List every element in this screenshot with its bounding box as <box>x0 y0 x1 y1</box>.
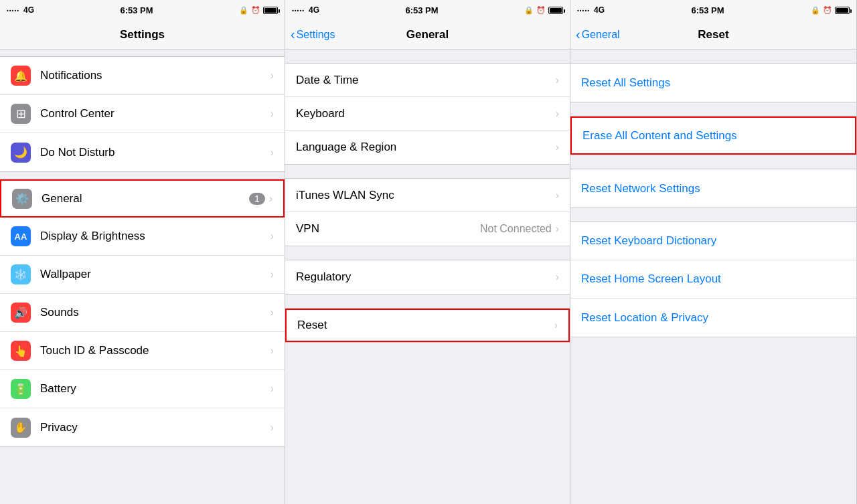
back-to-settings[interactable]: ‹ Settings <box>291 28 335 41</box>
settings-item-do-not-disturb[interactable]: 🌙 Do Not Disturb › <box>0 133 285 171</box>
settings-panel: ••••• 4G 6:53 PM 🔒 ⏰ Settings 🔔 Notifica… <box>0 0 285 504</box>
signal-dots-2: ••••• <box>292 7 305 13</box>
settings-item-privacy[interactable]: ✋ Privacy › <box>0 408 285 446</box>
settings-item-display[interactable]: AA Display & Brightness › <box>0 218 285 256</box>
chevron-itunes: › <box>556 189 559 201</box>
settings-item-touch-id[interactable]: 👆 Touch ID & Passcode › <box>0 332 285 370</box>
chevron-keyboard: › <box>556 108 559 120</box>
general-group-1: Date & Time › Keyboard › Language & Regi… <box>285 63 570 165</box>
battery-icon-1 <box>263 7 278 14</box>
battery-icon-3 <box>835 7 850 14</box>
alarm-icon-3: ⏰ <box>823 6 832 15</box>
lock-icon-1: 🔒 <box>239 6 248 15</box>
general-item-vpn[interactable]: VPN Not Connected › <box>285 212 570 246</box>
right-status-icons-1: 🔒 ⏰ <box>239 6 278 15</box>
reset-group-2: Erase All Content and Settings <box>570 116 856 155</box>
itunes-label: iTunes WLAN Sync <box>296 189 556 202</box>
reset-location-privacy[interactable]: Reset Location & Privacy <box>570 299 856 337</box>
general-item-reset[interactable]: Reset › <box>285 309 570 342</box>
settings-item-general[interactable]: ⚙️ General 1 › <box>0 179 285 218</box>
erase-all-content[interactable]: Erase All Content and Settings <box>570 116 856 155</box>
reset-location-label: Reset Location & Privacy <box>581 311 708 325</box>
settings-group-1: 🔔 Notifications › ⊞ Control Center › 🌙 D… <box>0 56 285 172</box>
alarm-icon-2: ⏰ <box>536 6 546 15</box>
alarm-icon-1: ⏰ <box>251 6 260 15</box>
general-item-language[interactable]: Language & Region › <box>285 131 570 164</box>
network-type-3: 4G <box>594 5 605 15</box>
reset-home-screen-layout[interactable]: Reset Home Screen Layout <box>570 260 856 299</box>
settings-item-sounds[interactable]: 🔊 Sounds › <box>0 294 285 332</box>
chevron-touch-id: › <box>270 345 274 357</box>
signal-dots-3: ••••• <box>577 7 590 13</box>
general-icon: ⚙️ <box>12 189 32 209</box>
chevron-reset: › <box>554 319 558 331</box>
vpn-value: Not Connected <box>480 223 552 235</box>
network-type-2: 4G <box>309 5 319 15</box>
reset-keyboard-label: Reset Keyboard Dictionary <box>581 234 716 248</box>
general-item-keyboard[interactable]: Keyboard › <box>285 97 570 131</box>
nav-title-3: Reset <box>698 28 728 41</box>
time-3: 6:53 PM <box>691 5 724 15</box>
reset-panel: ••••• 4G 6:53 PM 🔒 ⏰ ‹ General Reset Res… <box>570 0 857 504</box>
time-1: 6:53 PM <box>120 5 153 15</box>
nav-bar-2: ‹ Settings General <box>285 20 570 50</box>
wallpaper-label: Wallpaper <box>40 268 270 281</box>
general-item-regulatory[interactable]: Regulatory › <box>285 260 570 294</box>
general-item-datetime[interactable]: Date & Time › <box>285 64 570 97</box>
reset-nav-label: Reset <box>297 319 554 332</box>
reset-keyboard-dictionary[interactable]: Reset Keyboard Dictionary <box>570 222 856 260</box>
touch-id-icon: 👆 <box>11 341 31 361</box>
settings-group-2: ⚙️ General 1 › AA Display & Brightness ›… <box>0 179 285 447</box>
regulatory-label: Regulatory <box>296 270 556 284</box>
do-not-disturb-label: Do Not Disturb <box>40 146 270 159</box>
general-panel: ••••• 4G 6:53 PM 🔒 ⏰ ‹ Settings General … <box>285 0 570 504</box>
chevron-vpn: › <box>556 223 559 235</box>
general-badge: 1 <box>249 193 265 205</box>
privacy-label: Privacy <box>40 421 270 434</box>
sounds-label: Sounds <box>40 306 270 319</box>
chevron-battery: › <box>270 383 274 395</box>
nav-title-2: General <box>406 28 449 41</box>
display-icon: AA <box>11 226 31 246</box>
nav-bar-1: Settings <box>0 20 285 50</box>
chevron-sounds: › <box>270 307 274 319</box>
chevron-privacy: › <box>270 422 274 434</box>
back-to-general[interactable]: ‹ General <box>576 28 620 41</box>
chevron-wallpaper: › <box>270 268 274 280</box>
chevron-datetime: › <box>556 74 559 86</box>
general-group-2: iTunes WLAN Sync › VPN Not Connected › <box>285 178 570 246</box>
notifications-icon: 🔔 <box>11 66 31 86</box>
battery-list-icon: 🔋 <box>11 379 31 399</box>
nav-title-1: Settings <box>120 28 165 41</box>
reset-network-settings[interactable]: Reset Network Settings <box>570 169 856 207</box>
back-chevron-3: ‹ <box>576 27 580 41</box>
battery-label: Battery <box>40 382 270 396</box>
lock-icon-3: 🔒 <box>811 6 820 15</box>
reset-home-screen-label: Reset Home Screen Layout <box>581 272 721 286</box>
signal-dots-1: ••••• <box>7 7 19 13</box>
settings-item-control-center[interactable]: ⊞ Control Center › <box>0 95 285 133</box>
chevron-language: › <box>556 141 559 153</box>
control-center-icon: ⊞ <box>11 104 31 124</box>
lock-icon-2: 🔒 <box>524 6 534 15</box>
chevron-display: › <box>270 230 274 242</box>
general-item-itunes[interactable]: iTunes WLAN Sync › <box>285 179 570 212</box>
right-status-icons-3: 🔒 ⏰ <box>811 6 850 15</box>
chevron-regulatory: › <box>556 271 559 283</box>
reset-group-3: Reset Network Settings <box>570 169 856 208</box>
control-center-label: Control Center <box>40 107 270 120</box>
settings-item-battery[interactable]: 🔋 Battery › <box>0 370 285 408</box>
chevron-do-not-disturb: › <box>270 147 274 159</box>
chevron-general: › <box>269 193 272 205</box>
general-label: General <box>42 192 249 205</box>
right-status-icons-2: 🔒 ⏰ <box>524 6 563 15</box>
reset-all-settings[interactable]: Reset All Settings <box>570 64 856 102</box>
status-bar-2: ••••• 4G 6:53 PM 🔒 ⏰ <box>285 0 570 20</box>
settings-list: 🔔 Notifications › ⊞ Control Center › 🌙 D… <box>0 50 285 504</box>
chevron-control-center: › <box>270 108 274 120</box>
back-label-3: General <box>582 29 620 41</box>
settings-item-notifications[interactable]: 🔔 Notifications › <box>0 57 285 95</box>
reset-network-label: Reset Network Settings <box>581 182 700 195</box>
reset-group-4: Reset Keyboard Dictionary Reset Home Scr… <box>570 222 856 337</box>
settings-item-wallpaper[interactable]: ❄️ Wallpaper › <box>0 256 285 294</box>
